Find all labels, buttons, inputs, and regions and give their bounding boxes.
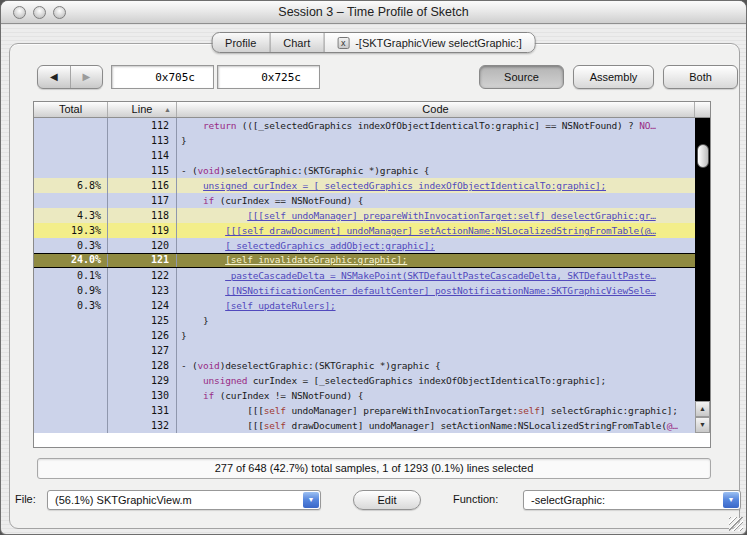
line-cell: 125: [108, 313, 177, 328]
table-row[interactable]: 128- (void)deselectGraphic:(SKTGraphic *…: [34, 358, 710, 373]
table-header: Total Line ▲ Code: [34, 102, 710, 118]
code-segment: if: [203, 390, 214, 401]
samples-status-bar: 277 of 648 (42.7%) total samples, 1 of 1…: [37, 458, 711, 479]
code-cell: unsigned curIndex = [_selectedGraphics i…: [177, 178, 710, 193]
code-segment: curIndex = [_selectedGraphics indexOfObj…: [247, 375, 606, 386]
column-header-scroll-spacer: [695, 102, 710, 117]
code-cell: [[[self undoManager] prepareWithInvocati…: [177, 403, 710, 418]
resize-grip[interactable]: [729, 517, 743, 531]
total-cell: 24.0%: [34, 254, 108, 267]
table-row[interactable]: 24.0%121 [self invalidateGraphic:graphic…: [34, 253, 710, 268]
table-row[interactable]: 4.3%118 [[[self undoManager] prepareWith…: [34, 208, 710, 223]
table-row[interactable]: 0.3%124 [self updateRulers];: [34, 298, 710, 313]
scroll-up-button[interactable]: ▲: [695, 401, 710, 417]
total-cell: [34, 403, 108, 418]
back-icon: ◀: [50, 71, 58, 82]
assembly-view-button[interactable]: Assembly: [573, 65, 654, 89]
popup-arrow-icon: ▼: [723, 492, 739, 508]
code-cell: [[NSNotificationCenter defaultCenter] po…: [177, 283, 710, 298]
table-row[interactable]: 131 [[[self undoManager] prepareWithInvo…: [34, 403, 710, 418]
address-start-field[interactable]: [111, 65, 214, 89]
table-row[interactable]: 0.1%122 _pasteCascadeDelta = NSMakePoint…: [34, 268, 710, 283]
code-segment: - (: [181, 165, 198, 176]
column-header-line[interactable]: Line ▲: [108, 102, 177, 117]
code-segment: [181, 180, 203, 191]
table-row[interactable]: 125 }: [34, 313, 710, 328]
tab-chart[interactable]: Chart: [269, 33, 323, 52]
tab-browser-source[interactable]: x -[SKTGraphicView selectGraphic:]: [323, 33, 535, 52]
edit-button[interactable]: Edit: [353, 490, 421, 510]
table-row[interactable]: 127: [34, 343, 710, 358]
code-cell: [[[self drawDocument] undoManager] setAc…: [177, 418, 710, 433]
table-row[interactable]: 115- (void)selectGraphic:(SKTGraphic *)g…: [34, 163, 710, 178]
code-segment: [_selectedGraphics addObject:graphic];: [225, 240, 435, 251]
table-row[interactable]: 6.8%116 unsigned curIndex = [_selectedGr…: [34, 178, 710, 193]
vertical-scrollbar[interactable]: ▲ ▼: [695, 118, 710, 433]
code-segment: [[NSNotificationCenter defaultCenter] po…: [225, 285, 656, 296]
forward-button[interactable]: ▶: [71, 66, 103, 88]
table-row[interactable]: 114: [34, 148, 710, 163]
code-segment: [181, 390, 203, 401]
address-end-field[interactable]: [217, 65, 320, 89]
both-view-button[interactable]: Both: [663, 65, 738, 89]
code-segment: self: [264, 420, 286, 431]
code-segment: [181, 300, 225, 311]
function-label: Function:: [453, 493, 498, 505]
table-row[interactable]: 19.3%119 [[[self drawDocument] undoManag…: [34, 223, 710, 238]
table-row[interactable]: 0.9%123 [[NSNotificationCenter defaultCe…: [34, 283, 710, 298]
file-popup[interactable]: (56.1%) SKTGraphicView.m ▼: [47, 490, 321, 510]
total-cell: [34, 328, 108, 343]
line-cell: 131: [108, 403, 177, 418]
table-row[interactable]: 113}: [34, 133, 710, 148]
history-nav-control: ◀ ▶: [37, 65, 103, 89]
total-cell: 19.3%: [34, 223, 108, 238]
table-row[interactable]: 130 if (curIndex != NSNotFound) {: [34, 388, 710, 403]
line-cell: 114: [108, 148, 177, 163]
code-segment: ] selectGraphic:graphic];: [540, 405, 678, 416]
scroll-up-icon: ▲: [699, 405, 706, 412]
window-title: Session 3 – Time Profile of Sketch: [1, 5, 746, 19]
total-cell: [34, 118, 108, 133]
session-tab-strip: Profile Chart x -[SKTGraphicView selectG…: [211, 32, 536, 53]
code-cell: [_selectedGraphics addObject:graphic];: [177, 238, 710, 253]
total-cell: [34, 313, 108, 328]
table-row[interactable]: 129 unsigned curIndex = [_selectedGraphi…: [34, 373, 710, 388]
line-cell: 129: [108, 373, 177, 388]
file-label: File:: [15, 493, 36, 505]
title-bar[interactable]: Session 3 – Time Profile of Sketch: [1, 1, 746, 24]
line-cell: 130: [108, 388, 177, 403]
function-popup[interactable]: -selectGraphic: ▼: [523, 490, 741, 510]
code-segment: [181, 254, 225, 265]
back-button[interactable]: ◀: [38, 66, 71, 88]
total-cell: [34, 343, 108, 358]
forward-icon: ▶: [82, 71, 90, 82]
tab-label: -[SKTGraphicView selectGraphic:]: [355, 37, 522, 49]
code-segment: [[[self undoManager] prepareWithInvocati…: [247, 210, 655, 221]
tab-profile[interactable]: Profile: [212, 33, 269, 52]
code-cell: [self invalidateGraphic:graphic];: [177, 254, 710, 267]
code-cell: }: [177, 313, 710, 328]
code-cell: [self updateRulers];: [177, 298, 710, 313]
file-popup-value: (56.1%) SKTGraphicView.m: [55, 494, 192, 506]
total-cell: [34, 163, 108, 178]
scrollbar-track[interactable]: [695, 118, 710, 401]
table-row[interactable]: 112 return (([_selectedGraphics indexOfO…: [34, 118, 710, 133]
code-cell: - (void)deselectGraphic:(SKTGraphic *)gr…: [177, 358, 710, 373]
column-header-total[interactable]: Total: [34, 102, 108, 117]
code-segment: (curIndex == NSNotFound) {: [214, 195, 363, 206]
scroll-down-button[interactable]: ▼: [695, 417, 710, 433]
tab-close-icon[interactable]: x: [337, 37, 349, 49]
tab-label: Profile: [225, 37, 256, 49]
column-header-code[interactable]: Code: [177, 102, 695, 117]
table-row[interactable]: 126}: [34, 328, 710, 343]
code-cell: - (void)selectGraphic:(SKTGraphic *)grap…: [177, 163, 710, 178]
source-view-button[interactable]: Source: [479, 65, 564, 89]
scrollbar-thumb[interactable]: [697, 144, 709, 168]
table-row[interactable]: 0.3%120 [_selectedGraphics addObject:gra…: [34, 238, 710, 253]
total-cell: 0.9%: [34, 283, 108, 298]
profile-table: Total Line ▲ Code 112 return (([_selecte…: [33, 101, 711, 448]
table-row[interactable]: 117 if (curIndex == NSNotFound) {: [34, 193, 710, 208]
table-row[interactable]: 132 [[[self drawDocument] undoManager] s…: [34, 418, 710, 433]
code-segment: }: [181, 330, 187, 341]
code-cell: unsigned curIndex = [_selectedGraphics i…: [177, 373, 710, 388]
